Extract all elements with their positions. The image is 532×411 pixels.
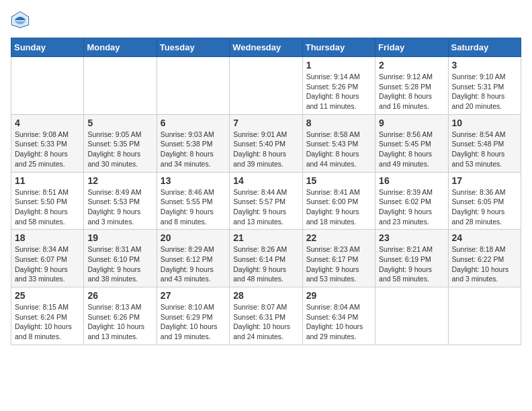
day-info: Sunrise: 8:13 AMSunset: 6:26 PMDaylight:… (87, 302, 152, 342)
calendar-cell (11, 57, 84, 115)
day-info: Sunrise: 9:08 AMSunset: 5:33 PMDaylight:… (15, 130, 80, 169)
calendar-cell: 5Sunrise: 9:05 AMSunset: 5:35 PMDaylight… (84, 114, 157, 172)
day-info: Sunrise: 8:41 AMSunset: 6:00 PMDaylight:… (306, 187, 371, 227)
day-number: 18 (15, 232, 80, 243)
calendar-cell: 9Sunrise: 8:56 AMSunset: 5:45 PMDaylight… (375, 114, 448, 172)
calendar-cell: 8Sunrise: 8:58 AMSunset: 5:43 PMDaylight… (302, 114, 375, 172)
day-info: Sunrise: 8:54 AMSunset: 5:48 PMDaylight:… (452, 130, 517, 169)
day-number: 13 (161, 175, 226, 186)
calendar-cell: 19Sunrise: 8:31 AMSunset: 6:10 PMDayligh… (84, 230, 157, 287)
day-number: 25 (15, 290, 80, 301)
calendar-cell: 1Sunrise: 9:14 AMSunset: 5:26 PMDaylight… (302, 57, 375, 115)
day-info: Sunrise: 8:34 AMSunset: 6:07 PMDaylight:… (15, 244, 80, 284)
day-info: Sunrise: 8:51 AMSunset: 5:50 PMDaylight:… (15, 187, 80, 227)
day-info: Sunrise: 8:18 AMSunset: 6:22 PMDaylight:… (452, 244, 517, 284)
day-info: Sunrise: 9:12 AMSunset: 5:28 PMDaylight:… (379, 72, 444, 111)
calendar-cell (448, 287, 521, 345)
day-number: 8 (306, 118, 371, 128)
day-number: 27 (161, 290, 226, 301)
day-info: Sunrise: 9:14 AMSunset: 5:26 PMDaylight:… (306, 72, 371, 111)
day-number: 24 (452, 232, 517, 243)
calendar-cell: 20Sunrise: 8:29 AMSunset: 6:12 PMDayligh… (157, 230, 229, 287)
day-number: 7 (233, 118, 298, 128)
day-number: 9 (379, 118, 444, 128)
day-number: 12 (87, 175, 152, 186)
day-number: 22 (306, 232, 371, 243)
day-number: 15 (306, 175, 371, 186)
day-number: 6 (161, 118, 226, 128)
day-number: 23 (379, 232, 444, 243)
day-info: Sunrise: 8:15 AMSunset: 6:24 PMDaylight:… (15, 302, 80, 342)
day-number: 26 (87, 290, 152, 301)
calendar-cell: 15Sunrise: 8:41 AMSunset: 6:00 PMDayligh… (302, 172, 375, 230)
day-number: 4 (15, 118, 80, 128)
day-of-week-header: Wednesday (230, 38, 302, 57)
day-number: 29 (306, 290, 371, 301)
calendar-cell: 10Sunrise: 8:54 AMSunset: 5:48 PMDayligh… (448, 114, 521, 172)
day-of-week-header: Friday (375, 38, 448, 57)
day-info: Sunrise: 8:31 AMSunset: 6:10 PMDaylight:… (87, 244, 152, 284)
calendar-cell: 24Sunrise: 8:18 AMSunset: 6:22 PMDayligh… (448, 230, 521, 287)
calendar-cell: 27Sunrise: 8:10 AMSunset: 6:29 PMDayligh… (157, 287, 229, 345)
calendar-cell: 2Sunrise: 9:12 AMSunset: 5:28 PMDaylight… (375, 57, 448, 115)
calendar-cell (230, 57, 302, 115)
day-number: 3 (452, 60, 517, 71)
calendar-cell: 26Sunrise: 8:13 AMSunset: 6:26 PMDayligh… (84, 287, 157, 345)
day-of-week-header: Thursday (302, 38, 375, 57)
calendar-table: SundayMondayTuesdayWednesdayThursdayFrid… (11, 38, 521, 345)
day-of-week-header: Sunday (11, 38, 84, 57)
page-header (11, 11, 521, 30)
day-number: 28 (233, 290, 298, 301)
day-info: Sunrise: 8:21 AMSunset: 6:19 PMDaylight:… (379, 244, 444, 284)
calendar-cell: 13Sunrise: 8:46 AMSunset: 5:55 PMDayligh… (157, 172, 229, 230)
day-number: 14 (233, 175, 298, 186)
day-number: 11 (15, 175, 80, 186)
calendar-cell: 22Sunrise: 8:23 AMSunset: 6:17 PMDayligh… (302, 230, 375, 287)
calendar-week-row: 18Sunrise: 8:34 AMSunset: 6:07 PMDayligh… (11, 230, 521, 287)
calendar-cell (375, 287, 448, 345)
calendar-cell: 6Sunrise: 9:03 AMSunset: 5:38 PMDaylight… (157, 114, 229, 172)
day-info: Sunrise: 8:36 AMSunset: 6:05 PMDaylight:… (452, 187, 517, 227)
calendar-cell: 11Sunrise: 8:51 AMSunset: 5:50 PMDayligh… (11, 172, 84, 230)
calendar-week-row: 1Sunrise: 9:14 AMSunset: 5:26 PMDaylight… (11, 57, 521, 115)
day-info: Sunrise: 8:10 AMSunset: 6:29 PMDaylight:… (161, 302, 226, 342)
calendar-week-row: 4Sunrise: 9:08 AMSunset: 5:33 PMDaylight… (11, 114, 521, 172)
calendar-cell: 23Sunrise: 8:21 AMSunset: 6:19 PMDayligh… (375, 230, 448, 287)
calendar-cell: 12Sunrise: 8:49 AMSunset: 5:53 PMDayligh… (84, 172, 157, 230)
day-info: Sunrise: 9:03 AMSunset: 5:38 PMDaylight:… (161, 130, 226, 169)
logo-icon (11, 11, 30, 30)
calendar-cell: 16Sunrise: 8:39 AMSunset: 6:02 PMDayligh… (375, 172, 448, 230)
day-number: 2 (379, 60, 444, 71)
day-info: Sunrise: 8:44 AMSunset: 5:57 PMDaylight:… (233, 187, 298, 227)
calendar-header: SundayMondayTuesdayWednesdayThursdayFrid… (11, 38, 521, 57)
day-number: 21 (233, 232, 298, 243)
calendar-cell: 4Sunrise: 9:08 AMSunset: 5:33 PMDaylight… (11, 114, 84, 172)
calendar-cell (157, 57, 229, 115)
day-number: 10 (452, 118, 517, 128)
day-info: Sunrise: 8:26 AMSunset: 6:14 PMDaylight:… (233, 244, 298, 284)
calendar-cell: 28Sunrise: 8:07 AMSunset: 6:31 PMDayligh… (230, 287, 302, 345)
calendar-cell: 25Sunrise: 8:15 AMSunset: 6:24 PMDayligh… (11, 287, 84, 345)
calendar-cell: 18Sunrise: 8:34 AMSunset: 6:07 PMDayligh… (11, 230, 84, 287)
logo (11, 11, 32, 30)
day-of-week-header: Tuesday (157, 38, 229, 57)
day-number: 20 (161, 232, 226, 243)
day-info: Sunrise: 9:05 AMSunset: 5:35 PMDaylight:… (87, 130, 152, 169)
day-number: 5 (87, 118, 152, 128)
day-of-week-header: Saturday (448, 38, 521, 57)
calendar-week-row: 25Sunrise: 8:15 AMSunset: 6:24 PMDayligh… (11, 287, 521, 345)
day-info: Sunrise: 8:39 AMSunset: 6:02 PMDaylight:… (379, 187, 444, 227)
calendar-cell: 3Sunrise: 9:10 AMSunset: 5:31 PMDaylight… (448, 57, 521, 115)
calendar-cell: 29Sunrise: 8:04 AMSunset: 6:34 PMDayligh… (302, 287, 375, 345)
day-info: Sunrise: 8:56 AMSunset: 5:45 PMDaylight:… (379, 130, 444, 169)
day-number: 16 (379, 175, 444, 186)
calendar-week-row: 11Sunrise: 8:51 AMSunset: 5:50 PMDayligh… (11, 172, 521, 230)
calendar-cell: 14Sunrise: 8:44 AMSunset: 5:57 PMDayligh… (230, 172, 302, 230)
day-info: Sunrise: 8:49 AMSunset: 5:53 PMDaylight:… (87, 187, 152, 227)
day-info: Sunrise: 8:04 AMSunset: 6:34 PMDaylight:… (306, 302, 371, 342)
calendar-cell (84, 57, 157, 115)
day-info: Sunrise: 8:58 AMSunset: 5:43 PMDaylight:… (306, 130, 371, 169)
day-info: Sunrise: 9:01 AMSunset: 5:40 PMDaylight:… (233, 130, 298, 169)
day-of-week-header: Monday (84, 38, 157, 57)
day-number: 1 (306, 60, 371, 71)
